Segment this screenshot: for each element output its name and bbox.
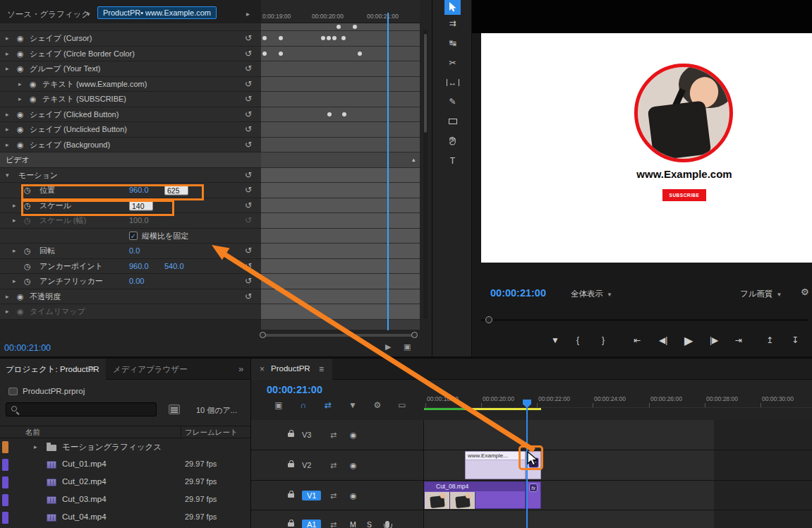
scrub-zoom-handle[interactable] (485, 316, 492, 323)
collapse-arrow-icon[interactable]: ▴ (412, 156, 416, 163)
solo-button[interactable]: S (367, 520, 372, 528)
play-button[interactable]: ▶ (684, 332, 693, 348)
mark-out-button[interactable]: } (602, 332, 605, 348)
lock-icon[interactable] (288, 433, 294, 437)
effect-controls-timecode[interactable]: 00:00:21:00 (4, 343, 51, 353)
go-to-out-button[interactable]: ⇥ (735, 332, 742, 348)
timeline-settings-icon[interactable]: ⚙ (371, 400, 384, 411)
expand-chevron-icon[interactable]: ▸ (6, 126, 9, 133)
lock-icon[interactable] (288, 493, 294, 498)
sync-lock-icon[interactable]: ⇄ (330, 431, 337, 440)
insert-nested-icon[interactable]: ▣ (272, 400, 285, 411)
track-v1-lane[interactable]: fx Cut_08.mp4 fx (424, 481, 812, 510)
reset-icon[interactable]: ↺ (245, 49, 252, 59)
project-item-row[interactable]: Cut_02.mp429.97 fps (0, 474, 250, 491)
visibility-eye-icon[interactable]: ◉ (17, 64, 24, 73)
column-name[interactable]: 名前 (25, 428, 40, 438)
project-file-name[interactable]: ProductPR.prproj (23, 387, 85, 395)
reset-icon[interactable]: ↺ (245, 170, 252, 180)
row-keyframe-lane[interactable] (261, 229, 420, 244)
slip-tool[interactable]: ↔ (444, 75, 461, 90)
lock-icon[interactable] (288, 463, 294, 467)
keyframe-marker[interactable] (327, 112, 332, 116)
visibility-eye-icon[interactable]: ◉ (17, 34, 24, 43)
visibility-eye-icon[interactable]: ◉ (17, 140, 24, 149)
track-target-button[interactable]: V2 (302, 461, 311, 469)
program-timecode[interactable]: 00:00:21:00 (490, 287, 546, 299)
reset-icon[interactable]: ↺ (245, 79, 252, 89)
label-color-chip[interactable] (2, 476, 8, 488)
keyframe-marker[interactable] (337, 25, 341, 29)
row-keyframe-lane[interactable] (261, 92, 420, 107)
property-value[interactable]: 960.0 (129, 262, 149, 270)
keyframe-marker[interactable] (353, 25, 357, 29)
label-color-chip[interactable] (2, 441, 8, 453)
label-color-chip[interactable] (2, 494, 8, 506)
visibility-eye-icon[interactable]: ◉ (30, 79, 37, 88)
keyframe-marker[interactable] (327, 36, 331, 40)
track-v3-lane[interactable] (424, 420, 812, 450)
captions-icon[interactable]: ▭ (396, 400, 408, 411)
expand-chevron-icon[interactable]: ▸ (13, 217, 16, 224)
track-target-button[interactable]: V3 (302, 431, 311, 439)
expand-chevron-icon[interactable]: ▸ (6, 293, 9, 300)
row-keyframe-lane[interactable] (261, 274, 420, 289)
visibility-eye-icon[interactable]: ◉ (30, 95, 37, 104)
project-item-row[interactable]: ▸モーショングラフィックス (0, 438, 250, 456)
expand-chevron-icon[interactable]: ▸ (18, 80, 22, 88)
expand-chevron-icon[interactable]: ▸ (6, 35, 9, 42)
close-icon[interactable]: × (260, 364, 265, 374)
collapse-chevron-icon[interactable]: ▾ (6, 172, 9, 179)
settings-wrench-icon[interactable]: ⚙ (801, 287, 809, 297)
sync-lock-icon[interactable]: ⇄ (330, 520, 337, 528)
playback-quality-select[interactable]: フル画質▼ (740, 289, 782, 299)
horizontal-zoom-scrollbar[interactable] (262, 334, 416, 337)
track-target-button[interactable]: A1 (302, 520, 321, 528)
property-value[interactable]: 0.00 (129, 277, 144, 285)
reset-icon[interactable]: ↺ (245, 185, 252, 195)
zoom-level-select[interactable]: 全体表示▼ (571, 289, 612, 299)
expand-chevron-icon[interactable]: ▸ (13, 247, 16, 254)
track-output-eye-icon[interactable]: ◉ (350, 431, 357, 440)
stopwatch-icon[interactable]: ◷ (24, 277, 31, 286)
row-keyframe-lane[interactable] (261, 47, 420, 62)
uniform-scale-checkbox[interactable]: ✓ (129, 232, 138, 240)
expand-chevron-icon[interactable]: ▸ (18, 95, 22, 102)
stopwatch-icon[interactable]: ◷ (24, 246, 31, 256)
panel-menu-icon[interactable]: ≡ (90, 364, 95, 374)
pen-tool[interactable]: ✎ (444, 94, 461, 109)
reset-icon[interactable]: ↺ (245, 94, 252, 104)
panel-menu-icon[interactable]: ≡ (319, 364, 324, 374)
sync-lock-icon[interactable]: ⇄ (330, 461, 337, 470)
voiceover-mic-icon[interactable] (385, 521, 389, 528)
go-to-in-button[interactable]: ⇤ (634, 332, 641, 348)
track-output-eye-icon[interactable]: ◉ (350, 461, 357, 470)
row-keyframe-lane[interactable] (261, 31, 420, 47)
step-forward-button[interactable]: |▶ (710, 332, 718, 348)
row-keyframe-lane[interactable] (261, 259, 420, 275)
expand-chevron-icon[interactable]: ▸ (6, 65, 9, 72)
track-target-button[interactable]: V1 (302, 491, 321, 500)
row-keyframe-lane[interactable] (261, 198, 420, 214)
keyframe-marker[interactable] (358, 52, 362, 56)
column-divider[interactable] (181, 426, 181, 439)
row-keyframe-lane[interactable] (261, 183, 420, 198)
add-marker-button[interactable]: ▼ (551, 332, 559, 348)
program-scrub-bar[interactable] (481, 319, 808, 321)
keyframe-marker[interactable] (332, 36, 337, 40)
rectangle-tool[interactable] (444, 114, 461, 128)
footer-grid-icon[interactable]: ▣ (404, 342, 411, 352)
search-input[interactable] (6, 402, 157, 416)
hand-tool[interactable] (444, 133, 461, 148)
tab-overflow-icon[interactable]: ▸ (246, 10, 250, 18)
expand-chevron-icon[interactable]: ▸ (6, 308, 9, 315)
stopwatch-icon[interactable]: ◷ (24, 261, 31, 270)
row-keyframe-lane[interactable] (261, 168, 420, 184)
timeline-timecode[interactable]: 00:00:21:00 (267, 384, 322, 395)
track-a1-lane[interactable] (424, 510, 812, 528)
expand-chevron-icon[interactable]: ▸ (13, 202, 16, 209)
reset-icon[interactable]: ↺ (245, 246, 252, 256)
visibility-eye-icon[interactable]: ◉ (17, 109, 24, 119)
property-value[interactable]: 100.0 (129, 216, 149, 224)
row-keyframe-lane[interactable] (261, 77, 420, 92)
